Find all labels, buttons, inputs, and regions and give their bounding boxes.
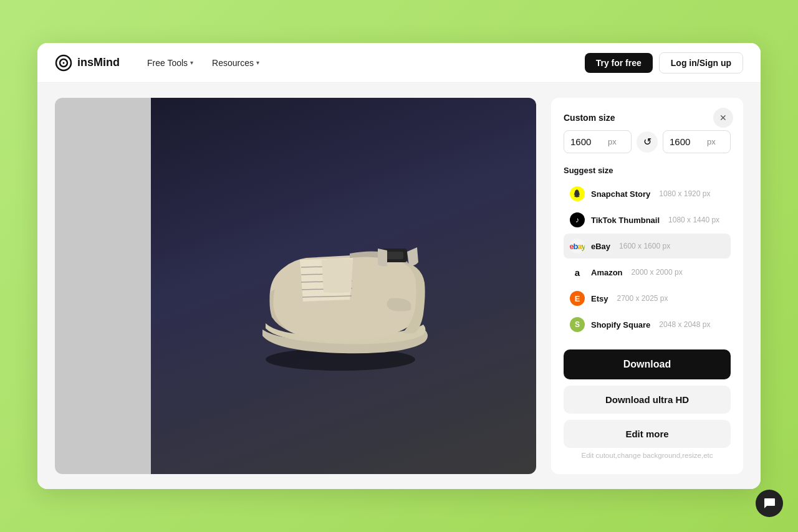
svg-point-2: [63, 62, 65, 64]
amazon-icon: a: [570, 265, 585, 280]
main-content: ✕ Custom size px ↺ px Suggest size: [37, 83, 761, 489]
chat-icon: [762, 496, 776, 510]
width-input[interactable]: [564, 131, 608, 153]
app-window: insMind Free Tools ▾ Resources ▾ Try for…: [37, 43, 761, 489]
suggest-item-etsy[interactable]: E Etsy 2700 x 2025 px: [564, 286, 731, 311]
product-image-container: [55, 98, 536, 474]
download-button[interactable]: Download: [564, 349, 731, 379]
ebay-icon: ebay: [570, 239, 585, 254]
svg-rect-10: [386, 252, 403, 259]
custom-size-title: Custom size: [564, 113, 731, 123]
image-bg-left: [55, 98, 151, 474]
suggest-size-title: Suggest size: [564, 166, 731, 175]
header: insMind Free Tools ▾ Resources ▾ Try for…: [37, 43, 761, 83]
height-input[interactable]: [663, 131, 707, 153]
logo-icon: [55, 54, 72, 72]
tiktok-icon: ♪: [570, 212, 585, 227]
width-unit: px: [608, 131, 623, 152]
suggest-item-snapchat[interactable]: Snapchat Story 1080 x 1920 px: [564, 181, 731, 206]
try-for-free-button[interactable]: Try for free: [585, 53, 653, 73]
header-actions: Try for free Log in/Sign up: [585, 52, 743, 74]
edit-more-button[interactable]: Edit more: [564, 420, 731, 448]
ebay-size: 1600 x 1600 px: [619, 242, 670, 250]
right-panel: ✕ Custom size px ↺ px Suggest size: [551, 98, 743, 474]
amazon-size: 2000 x 2000 px: [632, 268, 683, 277]
chevron-down-icon: ▾: [190, 59, 193, 66]
height-unit: px: [707, 131, 722, 152]
tiktok-size: 1080 x 1440 px: [668, 216, 719, 224]
chevron-down-icon: ▾: [256, 59, 259, 66]
suggest-size-list: Snapchat Story 1080 x 1920 px ♪ TikTok T…: [564, 181, 731, 337]
nav: Free Tools ▾ Resources ▾: [140, 54, 585, 72]
image-panel: [55, 98, 536, 474]
close-button[interactable]: ✕: [713, 108, 733, 128]
snapchat-label: Snapchat Story: [591, 189, 650, 199]
etsy-icon: E: [570, 291, 585, 306]
tiktok-label: TikTok Thumbnail: [591, 216, 660, 225]
ebay-label: eBay: [591, 242, 610, 251]
shopify-label: Shopify Square: [591, 320, 650, 330]
snapchat-size: 1080 x 1920 px: [659, 189, 710, 198]
nav-free-tools[interactable]: Free Tools ▾: [140, 54, 201, 72]
size-inputs: px ↺ px: [564, 130, 731, 153]
nav-resources[interactable]: Resources ▾: [204, 54, 267, 72]
login-button[interactable]: Log in/Sign up: [659, 52, 743, 74]
shopify-size: 2048 x 2048 px: [659, 320, 710, 329]
snapchat-icon: [570, 186, 585, 201]
suggest-item-ebay[interactable]: ebay eBay 1600 x 1600 px: [564, 234, 731, 259]
suggest-item-amazon[interactable]: a Amazon 2000 x 2000 px: [564, 260, 731, 285]
image-bg-main: [151, 98, 536, 474]
edit-hint: Edit cutout,change background,resize,etc: [564, 452, 731, 459]
download-hd-button[interactable]: Download ultra HD: [564, 386, 731, 414]
chat-bubble-button[interactable]: [756, 490, 783, 517]
suggest-item-tiktok[interactable]: ♪ TikTok Thumbnail 1080 x 1440 px: [564, 207, 731, 232]
etsy-label: Etsy: [591, 294, 608, 303]
logo[interactable]: insMind: [55, 54, 120, 72]
etsy-size: 2700 x 2025 px: [617, 294, 668, 303]
suggest-item-shopify[interactable]: S Shopify Square 2048 x 2048 px: [564, 312, 731, 337]
amazon-label: Amazon: [591, 268, 623, 277]
width-input-wrap: px: [564, 130, 632, 153]
swap-dimensions-button[interactable]: ↺: [637, 131, 658, 153]
logo-text: insMind: [77, 56, 120, 69]
height-input-wrap: px: [663, 130, 731, 153]
shopify-icon: S: [570, 317, 585, 332]
product-shoe-image: [225, 192, 462, 379]
